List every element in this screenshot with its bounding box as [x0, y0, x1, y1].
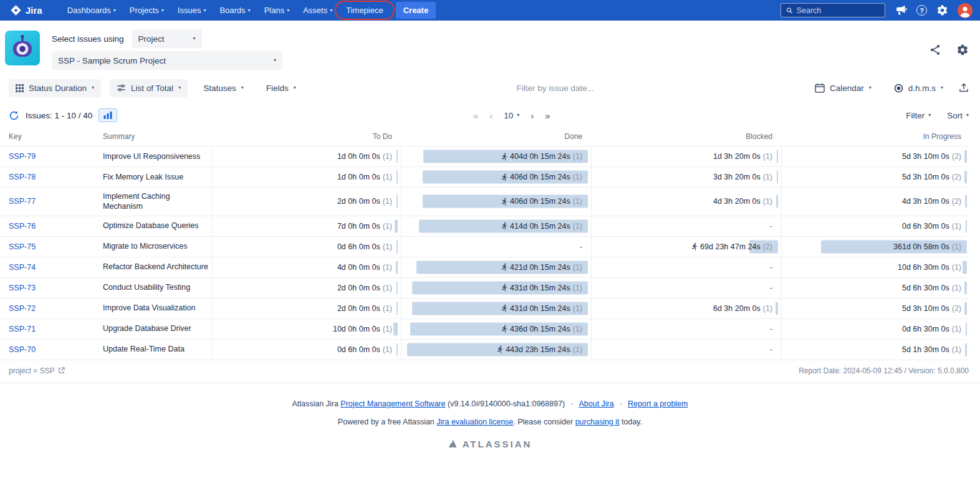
column-header-done: Done	[401, 128, 591, 146]
jql-text: project = SSP	[9, 366, 55, 375]
prev-page-button[interactable]: ‹	[489, 111, 492, 120]
export-button[interactable]	[959, 83, 969, 93]
next-page-button[interactable]: ›	[531, 111, 534, 120]
share-button[interactable]	[929, 44, 941, 56]
nav-item-projects[interactable]: Projects▾	[123, 2, 170, 18]
issue-key-link[interactable]: SSP-70	[9, 345, 36, 354]
issue-key-link[interactable]: SSP-74	[9, 263, 36, 272]
duration-bar	[776, 302, 778, 315]
inprogress-duration-cell: 0d 6h 30m 0s(1)	[781, 319, 970, 339]
refresh-button[interactable]	[9, 110, 19, 121]
done-duration-cell: 406d 0h 15m 24s(1)	[401, 167, 591, 187]
empty-duration: -	[770, 284, 772, 292]
issue-date-filter-input[interactable]	[487, 84, 624, 93]
issue-count: (1)	[952, 284, 961, 292]
issue-key-link[interactable]: SSP-78	[9, 173, 36, 181]
nav-item-dashboards[interactable]: Dashboards▾	[61, 2, 122, 18]
create-button[interactable]: Create	[396, 2, 436, 19]
settings-button[interactable]	[936, 4, 948, 16]
issue-key-link[interactable]: SSP-73	[9, 284, 36, 292]
jira-logo[interactable]: Jira	[10, 4, 42, 16]
issue-count: (2)	[952, 304, 961, 313]
fields-dropdown[interactable]: Fields ▾	[259, 79, 303, 97]
nav-item-boards[interactable]: Boards▾	[213, 2, 256, 18]
duration-text: 0d 6h 0m 0s(1)	[337, 345, 392, 354]
todo-duration-cell: 4d 0h 0m 0s(1)	[212, 257, 401, 277]
atlassian-logo: ATLASSIAN	[0, 439, 980, 449]
issue-count: (1)	[952, 242, 961, 251]
about-jira-link[interactable]: About Jira	[579, 399, 613, 408]
duration-bar	[395, 219, 398, 232]
duration-bar	[966, 219, 967, 232]
nav-item-plans[interactable]: Plans▾	[258, 2, 296, 18]
issue-source-dropdown[interactable]: Project ▾	[132, 29, 202, 48]
project-dropdown[interactable]: SSP - Sample Scrum Project ▾	[52, 51, 282, 70]
runner-icon	[691, 242, 699, 251]
statuses-dropdown[interactable]: Statuses ▾	[196, 79, 251, 97]
jira-logo-icon	[10, 4, 22, 16]
table-row: SSP-70 Update Real-Time Data 0d 6h 0m 0s…	[0, 340, 970, 360]
user-avatar[interactable]	[958, 3, 973, 18]
chevron-down-icon: ▾	[178, 85, 181, 90]
runner-icon	[501, 153, 509, 161]
pms-link[interactable]: Project Management Software	[340, 399, 445, 408]
issue-key-link[interactable]: SSP-75	[9, 242, 36, 251]
issue-count: (1)	[573, 304, 582, 313]
nav-item-timepiece[interactable]: Timepiece	[340, 2, 389, 18]
blocked-duration-cell: -	[591, 216, 781, 236]
purchase-link[interactable]: purchasing it	[575, 418, 620, 426]
export-icon	[959, 83, 969, 93]
inprogress-duration-cell: 5d 3h 10m 0s(2)	[781, 167, 970, 187]
chart-view-button[interactable]	[98, 108, 117, 122]
todo-duration-cell: 7d 0h 0m 0s(1)	[212, 216, 401, 236]
external-link-icon[interactable]	[58, 367, 65, 374]
issue-count: (1)	[573, 325, 582, 333]
issue-count: (1)	[763, 152, 772, 161]
global-search[interactable]	[781, 3, 885, 17]
report-settings-button[interactable]	[956, 44, 969, 56]
duration-format-dropdown[interactable]: d.h.m.s ▾	[887, 79, 950, 97]
issue-count: (1)	[383, 242, 392, 251]
blocked-duration-cell: 3d 3h 20m 0s(1)	[591, 167, 781, 187]
issue-key-link[interactable]: SSP-77	[9, 197, 36, 206]
done-duration-cell: -	[401, 237, 591, 257]
inprogress-duration-cell: 361d 0h 58m 0s(1)	[781, 237, 970, 257]
inprogress-duration-cell: 5d 3h 10m 0s(2)	[781, 146, 970, 166]
duration-bar	[963, 261, 967, 274]
duration-bar	[396, 171, 398, 184]
inprogress-duration-cell: 4d 3h 10m 0s(2)	[781, 188, 970, 216]
todo-duration-cell: 2d 0h 0m 0s(1)	[212, 188, 401, 216]
duration-text: 7d 0h 0m 0s(1)	[337, 222, 392, 231]
blocked-duration-cell: -	[591, 257, 781, 277]
report-date-version: Report Date: 2024-05-09 12:45 / Version:…	[799, 366, 969, 375]
nav-item-issues[interactable]: Issues▾	[171, 2, 213, 18]
duration-bar	[965, 343, 967, 356]
duration-text: 10d 6h 30m 0s(1)	[898, 263, 961, 272]
report-problem-link[interactable]: Report a problem	[628, 399, 688, 408]
search-input[interactable]	[797, 6, 880, 15]
duration-text: 404d 0h 15m 24s(1)	[501, 152, 582, 161]
calendar-dropdown[interactable]: Calendar ▾	[808, 79, 878, 97]
gear-icon	[936, 4, 948, 16]
issue-key-link[interactable]: SSP-71	[9, 325, 36, 333]
sort-dropdown[interactable]: Sort ▾	[947, 111, 969, 120]
issue-key-link[interactable]: SSP-72	[9, 304, 36, 313]
issue-key-link[interactable]: SSP-76	[9, 222, 36, 231]
first-page-button[interactable]: «	[473, 111, 478, 120]
footer-line1: Atlassian Jira Project Management Softwa…	[0, 399, 980, 408]
issue-key-link[interactable]: SSP-79	[9, 152, 36, 161]
nav-item-assets[interactable]: Assets▾	[297, 2, 339, 18]
filter-dropdown[interactable]: Filter ▾	[906, 111, 931, 120]
announcements-button[interactable]	[895, 5, 907, 16]
duration-text: 69d 23h 47m 24s(2)	[691, 242, 772, 251]
done-duration-cell: 431d 0h 15m 24s(1)	[401, 278, 591, 298]
runner-icon	[501, 284, 509, 292]
license-link[interactable]: Jira evaluation license	[436, 418, 513, 426]
list-mode-dropdown[interactable]: List of Total ▾	[110, 79, 188, 97]
duration-text: 5d 3h 10m 0s(2)	[902, 152, 961, 161]
last-page-button[interactable]: »	[545, 111, 550, 120]
report-type-dropdown[interactable]: Status Duration ▾	[9, 79, 101, 97]
help-button[interactable]: ?	[916, 5, 927, 16]
column-header-key: Key	[0, 128, 103, 146]
page-size-dropdown[interactable]: 10 ▾	[504, 111, 519, 120]
